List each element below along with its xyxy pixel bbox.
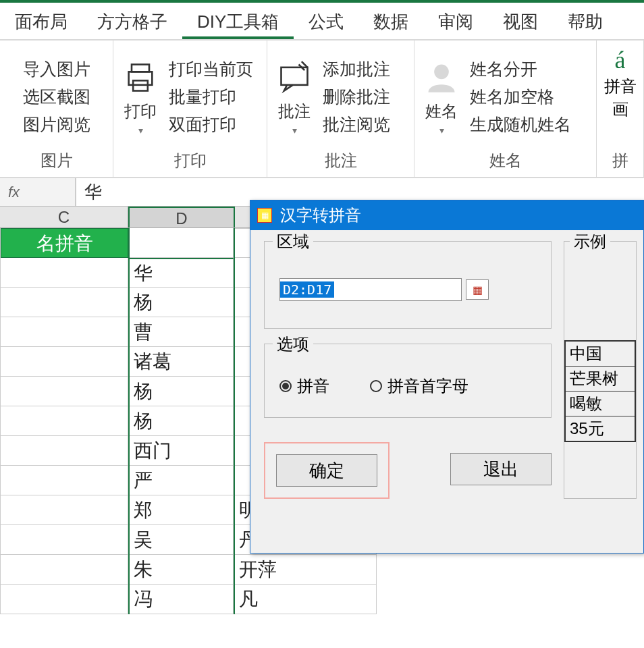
range-picker-icon[interactable]: ▦	[466, 279, 489, 300]
example-fieldset: 示例 中国 芒果树 喝敏 35元	[564, 241, 637, 499]
cell-d9[interactable]: 严	[130, 466, 234, 495]
cell-d2[interactable]: 华	[130, 258, 234, 288]
person-icon	[421, 57, 462, 98]
svg-point-4	[434, 65, 449, 80]
group-pinyin-label: 拼	[603, 147, 637, 174]
delete-comment[interactable]: 删除批注	[323, 86, 390, 108]
ex-1: 芒果树	[566, 367, 635, 392]
dialog-titlebar[interactable]: ▦ 汉字转拼音	[250, 200, 643, 230]
capture-selection[interactable]: 选区截图	[23, 86, 90, 108]
col-header-d[interactable]: D	[128, 207, 235, 227]
cell-d11[interactable]: 吴	[130, 525, 234, 555]
pinyin-btn[interactable]: 拼音	[604, 76, 637, 97]
group-comment-label: 批注	[274, 147, 407, 174]
ok-highlight: 确定	[264, 442, 390, 499]
split-name[interactable]: 姓名分开	[470, 58, 571, 80]
pinyin-icon: á	[615, 46, 626, 74]
print-button[interactable]: 打印▾	[120, 57, 161, 136]
cell-c9[interactable]	[1, 466, 128, 495]
print-current[interactable]: 打印当前页	[169, 58, 253, 80]
ribbon-tabs: 面布局 方方格子 DIY工具箱 公式 数据 审阅 视图 帮助	[0, 3, 644, 40]
cell-c7[interactable]	[1, 406, 128, 436]
tab-diy[interactable]: DIY工具箱	[182, 3, 294, 39]
cell-c5[interactable]	[1, 347, 128, 377]
radio-initial[interactable]: 拼音首字母	[370, 375, 468, 397]
tab-formula[interactable]: 公式	[294, 3, 358, 39]
group-print-label: 打印	[120, 147, 260, 174]
ex-3: 35元	[566, 416, 635, 441]
cell-c11[interactable]	[1, 525, 128, 555]
app-icon: ▦	[257, 208, 272, 223]
comment-button[interactable]: 批注▾	[274, 57, 315, 136]
tab-review[interactable]: 审阅	[423, 3, 488, 39]
pinyin-sub[interactable]: 画	[612, 99, 628, 120]
group-picture-label: 图片	[7, 147, 106, 174]
tab-data[interactable]: 数据	[358, 3, 423, 39]
browse-comment[interactable]: 批注阅览	[323, 113, 390, 136]
cell-d4[interactable]: 曹	[130, 317, 234, 347]
option-label: 选项	[273, 333, 313, 355]
cell-d12[interactable]: 朱	[130, 555, 234, 585]
cell-d6[interactable]: 杨	[130, 377, 234, 406]
cell-d7[interactable]: 杨	[130, 406, 234, 436]
radio-pinyin[interactable]: 拼音	[279, 375, 329, 397]
add-comment[interactable]: 添加批注	[323, 58, 390, 80]
cell-c6[interactable]	[1, 377, 128, 406]
col-header-c[interactable]: C	[0, 207, 128, 227]
example-label: 示例	[570, 231, 610, 252]
pinyin-dialog: ▦ 汉字转拼音 区域 D2:D17 ▦ 选项 拼音 拼音首字母	[250, 200, 644, 554]
random-name[interactable]: 生成随机姓名	[470, 113, 571, 136]
cell-d8[interactable]: 西门	[130, 436, 234, 466]
print-batch[interactable]: 批量打印	[169, 86, 253, 108]
range-input[interactable]: D2:D17	[279, 278, 462, 301]
fx-icon[interactable]: fx	[0, 184, 28, 201]
tab-view[interactable]: 视图	[488, 3, 553, 39]
group-name-label: 姓名	[421, 147, 589, 174]
region-fieldset: 区域 D2:D17 ▦	[264, 241, 552, 329]
cell-d1[interactable]	[130, 228, 234, 258]
cell-c13[interactable]	[1, 585, 128, 614]
dialog-title: 汉字转拼音	[280, 205, 361, 226]
cell-d13[interactable]: 冯	[130, 585, 234, 614]
tab-layout[interactable]: 面布局	[0, 3, 82, 39]
tab-help[interactable]: 帮助	[553, 3, 618, 39]
cell-c10[interactable]	[1, 495, 128, 525]
region-label: 区域	[273, 231, 313, 252]
ex-2: 喝敏	[566, 392, 635, 416]
exit-button[interactable]: 退出	[450, 453, 552, 485]
cell-d10[interactable]: 郑	[130, 495, 234, 525]
svg-rect-0	[132, 65, 149, 72]
cell-c12[interactable]	[1, 555, 128, 585]
cell-c4[interactable]	[1, 317, 128, 347]
import-image[interactable]: 导入图片	[23, 58, 90, 80]
cell-d5[interactable]: 诸葛	[130, 347, 234, 377]
cell-c2[interactable]	[1, 258, 128, 288]
image-browse[interactable]: 图片阅览	[23, 113, 90, 136]
ok-button[interactable]: 确定	[276, 454, 377, 487]
option-fieldset: 选项 拼音 拼音首字母	[264, 344, 552, 418]
cell-e13[interactable]: 凡	[235, 585, 377, 614]
cell-e12[interactable]: 开萍	[235, 555, 377, 585]
add-space-name[interactable]: 姓名加空格	[470, 86, 571, 108]
printer-icon	[120, 57, 161, 98]
print-duplex[interactable]: 双面打印	[169, 113, 253, 136]
cell-c8[interactable]	[1, 436, 128, 466]
header-name-pinyin: 名拼音	[1, 228, 128, 258]
name-button[interactable]: 姓名▾	[421, 57, 462, 136]
ribbon: 导入图片 选区截图 图片阅览 图片 打印▾ 打印当前页 批量打印 双面打印 打印	[0, 40, 644, 178]
ex-0: 中国	[566, 342, 635, 367]
cell-c3[interactable]	[1, 288, 128, 317]
tab-fangfang[interactable]: 方方格子	[82, 3, 182, 39]
comment-icon	[274, 57, 315, 98]
cell-d3[interactable]: 杨	[130, 288, 234, 317]
